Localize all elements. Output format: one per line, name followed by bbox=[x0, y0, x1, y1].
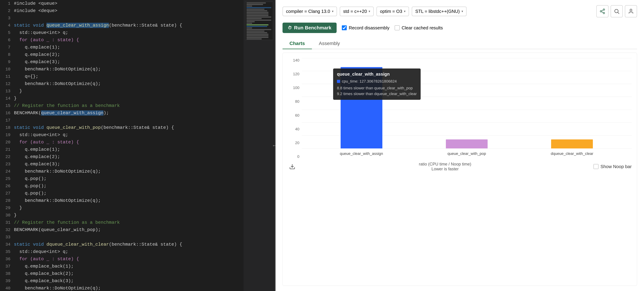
toolbar-icon-group bbox=[596, 5, 637, 17]
line-number: 25 bbox=[0, 176, 14, 182]
record-disassembly-checkbox[interactable] bbox=[342, 25, 347, 30]
code-line: 16BENCHMARK(queue_clear_with_assign); bbox=[0, 109, 244, 117]
code-line: 8 q.emplace(2); bbox=[0, 51, 244, 58]
code-line: 24 benchmark::DoNotOptimize(q); bbox=[0, 168, 244, 175]
x-label-clear: dqueue_clear_with_clear bbox=[551, 148, 593, 159]
run-benchmark-button[interactable]: ⏱ Run Benchmark bbox=[282, 22, 336, 33]
line-content: std::queue<int> q; bbox=[14, 29, 244, 36]
line-content: #include <deque> bbox=[14, 7, 244, 14]
tab-bar: Charts Assembly bbox=[282, 38, 637, 49]
line-number: 2 bbox=[0, 8, 14, 14]
code-editor[interactable]: 1#include <queue>2#include <deque>34stat… bbox=[0, 0, 244, 291]
line-content: benchmark::DoNotOptimize(q); bbox=[14, 80, 244, 88]
clear-cached-label: Clear cached results bbox=[402, 25, 443, 30]
code-line: 23 q.emplace(3); bbox=[0, 161, 244, 168]
line-number: 36 bbox=[0, 256, 14, 263]
code-line: 27 q.pop(); bbox=[0, 190, 244, 197]
line-content: q.emplace(3); bbox=[14, 161, 244, 168]
bars-area bbox=[302, 58, 632, 148]
line-content: #include <queue> bbox=[14, 0, 244, 7]
line-number: 35 bbox=[0, 249, 14, 255]
code-line: 39 q.emplace_back(3); bbox=[0, 278, 244, 285]
line-content: for (auto _ : state) { bbox=[14, 256, 244, 263]
svg-line-3 bbox=[602, 12, 603, 13]
line-content: static void queue_clear_with_assign(benc… bbox=[14, 22, 244, 29]
line-content: } bbox=[14, 95, 244, 102]
user-icon-button[interactable] bbox=[625, 5, 637, 17]
stl-dropdown[interactable]: STL = libstdc++(GNU) ▾ bbox=[412, 6, 466, 16]
thumbnail-strip bbox=[244, 0, 275, 291]
toolbar: compiler = Clang 13.0 ▾ std = c++20 ▾ op… bbox=[282, 5, 637, 17]
line-content: q.pop(); bbox=[14, 190, 244, 197]
record-disassembly-checkbox-group[interactable]: Record disassembly bbox=[342, 25, 390, 30]
line-number: 8 bbox=[0, 51, 14, 58]
show-noop-group[interactable]: Show Noop bar bbox=[594, 164, 632, 169]
svg-line-4 bbox=[602, 10, 603, 11]
bar-group-assign bbox=[340, 67, 382, 148]
tab-charts[interactable]: Charts bbox=[282, 38, 312, 49]
line-number: 34 bbox=[0, 241, 14, 248]
line-content: q.emplace(2); bbox=[14, 51, 244, 58]
caption-line2: Lower is faster bbox=[296, 167, 594, 171]
bar-clear[interactable] bbox=[551, 139, 593, 148]
line-number: 10 bbox=[0, 66, 14, 73]
line-number: 17 bbox=[0, 117, 14, 124]
chevron-down-icon: ▾ bbox=[368, 9, 370, 13]
chart-inner: 140 120 100 80 60 40 20 0 bbox=[288, 58, 632, 159]
line-number: 9 bbox=[0, 59, 14, 65]
line-number: 37 bbox=[0, 263, 14, 270]
line-number: 39 bbox=[0, 278, 14, 285]
line-content: q.emplace_back(1); bbox=[14, 263, 244, 270]
code-thumbnail bbox=[245, 2, 273, 40]
line-content: q={}; bbox=[14, 73, 244, 80]
download-button[interactable] bbox=[288, 162, 296, 171]
optim-label: optim = O3 bbox=[380, 9, 402, 14]
code-line: 19 std::queue<int> q; bbox=[0, 131, 244, 139]
line-number: 4 bbox=[0, 22, 14, 29]
clear-cached-checkbox-group[interactable]: Clear cached results bbox=[395, 25, 443, 30]
line-content: q.emplace(1); bbox=[14, 44, 244, 51]
clear-cached-checkbox[interactable] bbox=[395, 25, 400, 30]
code-line: 22 q.emplace(2); bbox=[0, 153, 244, 161]
search-icon-button[interactable] bbox=[610, 5, 623, 17]
x-label-assign: queue_clear_with_assign bbox=[340, 148, 382, 159]
line-number: 6 bbox=[0, 37, 14, 43]
bar-assign[interactable] bbox=[340, 67, 382, 148]
line-content: benchmark::DoNotOptimize(q); bbox=[14, 168, 244, 175]
code-line: 26 q.pop(); bbox=[0, 183, 244, 190]
line-number: 29 bbox=[0, 205, 14, 211]
line-content: static void dqueue_clear_with_clear(benc… bbox=[14, 241, 244, 248]
bar-pop[interactable] bbox=[446, 139, 488, 148]
line-content: q.emplace(2); bbox=[14, 153, 244, 161]
line-content: } bbox=[14, 88, 244, 95]
code-line: 32BENCHMARK(queue_clear_with_pop); bbox=[0, 226, 244, 234]
svg-point-5 bbox=[615, 9, 618, 13]
line-content: BENCHMARK(queue_clear_with_pop); bbox=[14, 226, 244, 234]
line-content: benchmark::DoNotOptimize(q); bbox=[14, 66, 244, 73]
share-icon-button[interactable] bbox=[596, 5, 608, 17]
code-line: 29 } bbox=[0, 204, 244, 212]
line-content: q.pop(); bbox=[14, 183, 244, 190]
line-number: 38 bbox=[0, 271, 14, 277]
line-content: } bbox=[14, 212, 244, 219]
line-number: 3 bbox=[0, 15, 14, 21]
show-noop-checkbox[interactable] bbox=[594, 164, 598, 169]
code-line: 1#include <queue> bbox=[0, 0, 244, 7]
record-disassembly-label: Record disassembly bbox=[349, 25, 390, 30]
svg-point-0 bbox=[603, 9, 605, 10]
line-content: q.emplace_back(3); bbox=[14, 278, 244, 285]
code-line: 13 } bbox=[0, 88, 244, 95]
optim-dropdown[interactable]: optim = O3 ▾ bbox=[376, 6, 409, 16]
std-dropdown[interactable]: std = c++20 ▾ bbox=[340, 6, 374, 16]
code-line: 40 benchmark::DoNotOptimize(q); bbox=[0, 285, 244, 291]
code-line: 14} bbox=[0, 95, 244, 102]
line-number: 20 bbox=[0, 139, 14, 146]
code-line: 15// Register the function as a benchmar… bbox=[0, 102, 244, 109]
line-number: 11 bbox=[0, 73, 14, 80]
line-number: 40 bbox=[0, 285, 14, 291]
run-button-label: Run Benchmark bbox=[294, 25, 332, 30]
code-line: 9 q.emplace(3); bbox=[0, 58, 244, 66]
tab-assembly[interactable]: Assembly bbox=[312, 38, 347, 49]
code-line: 3 bbox=[0, 14, 244, 22]
compiler-dropdown[interactable]: compiler = Clang 13.0 ▾ bbox=[282, 6, 337, 16]
